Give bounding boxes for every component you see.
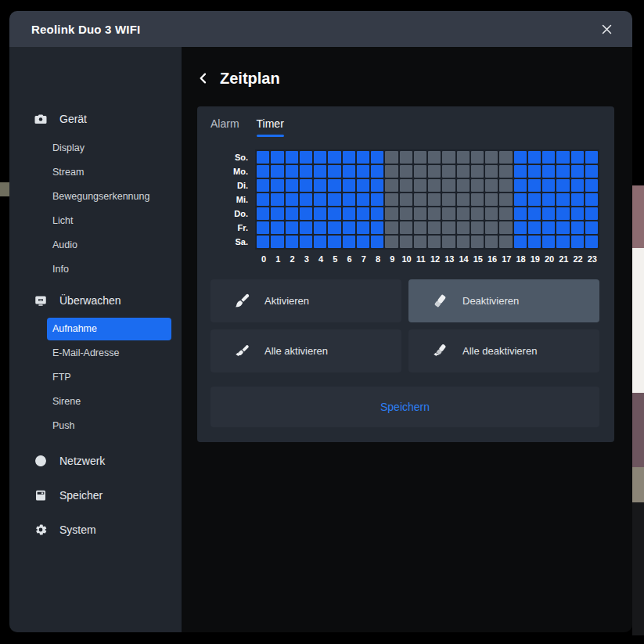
schedule-cell-mi-16[interactable] bbox=[485, 193, 498, 206]
schedule-cell-mi-6[interactable] bbox=[343, 193, 355, 206]
tab-timer[interactable]: Timer bbox=[257, 117, 284, 140]
schedule-cell-sa-3[interactable] bbox=[300, 236, 312, 248]
schedule-cell-sa-23[interactable] bbox=[585, 236, 598, 248]
sidebar-item-display[interactable]: Display bbox=[9, 136, 182, 160]
sidebar-item-ftp[interactable]: FTP bbox=[9, 365, 182, 390]
schedule-cell-do-0[interactable] bbox=[257, 207, 269, 220]
schedule-cell-do-13[interactable] bbox=[442, 207, 455, 220]
schedule-cell-di-16[interactable] bbox=[485, 179, 498, 192]
schedule-cell-di-4[interactable] bbox=[314, 179, 326, 192]
schedule-cell-di-21[interactable] bbox=[556, 179, 569, 192]
alle-aktivieren-button[interactable]: Alle aktivieren bbox=[210, 329, 401, 372]
schedule-cell-di-6[interactable] bbox=[343, 179, 355, 192]
schedule-cell-fr-17[interactable] bbox=[499, 221, 512, 234]
schedule-cell-fr-5[interactable] bbox=[328, 221, 340, 234]
schedule-cell-fr-21[interactable] bbox=[556, 221, 569, 234]
schedule-cell-mi-12[interactable] bbox=[428, 193, 441, 206]
schedule-cell-do-5[interactable] bbox=[328, 207, 340, 220]
schedule-cell-sa-21[interactable] bbox=[556, 236, 569, 248]
schedule-cell-so-8[interactable] bbox=[371, 151, 383, 164]
schedule-cell-di-2[interactable] bbox=[286, 179, 298, 192]
schedule-cell-mo-9[interactable] bbox=[385, 165, 398, 178]
deaktivieren-button[interactable]: Deaktivieren bbox=[408, 279, 599, 322]
schedule-cell-sa-5[interactable] bbox=[328, 236, 340, 248]
schedule-cell-sa-14[interactable] bbox=[457, 236, 470, 248]
close-icon[interactable] bbox=[598, 20, 615, 38]
schedule-cell-do-14[interactable] bbox=[457, 207, 470, 220]
schedule-cell-sa-6[interactable] bbox=[343, 236, 355, 248]
schedule-cell-mi-1[interactable] bbox=[271, 193, 283, 206]
schedule-cell-do-2[interactable] bbox=[286, 207, 298, 220]
schedule-cell-fr-20[interactable] bbox=[542, 221, 555, 234]
schedule-cell-di-17[interactable] bbox=[499, 179, 512, 192]
schedule-cell-di-20[interactable] bbox=[542, 179, 555, 192]
schedule-cell-so-10[interactable] bbox=[400, 151, 412, 164]
sidebar-item-system[interactable]: System bbox=[9, 518, 182, 541]
schedule-cell-so-23[interactable] bbox=[585, 151, 598, 164]
schedule-cell-do-6[interactable] bbox=[343, 207, 355, 220]
schedule-cell-fr-0[interactable] bbox=[257, 221, 269, 234]
schedule-cell-di-22[interactable] bbox=[571, 179, 584, 192]
schedule-cell-so-12[interactable] bbox=[428, 151, 441, 164]
schedule-cell-mi-22[interactable] bbox=[571, 193, 584, 206]
schedule-cell-sa-10[interactable] bbox=[400, 236, 412, 248]
schedule-cell-sa-1[interactable] bbox=[271, 236, 283, 248]
schedule-cell-mo-18[interactable] bbox=[514, 165, 527, 178]
sidebar-item-licht[interactable]: Licht bbox=[9, 209, 182, 233]
schedule-cell-mo-13[interactable] bbox=[442, 165, 455, 178]
schedule-cell-mi-10[interactable] bbox=[400, 193, 412, 206]
schedule-cell-so-19[interactable] bbox=[528, 151, 541, 164]
schedule-cell-so-17[interactable] bbox=[499, 151, 512, 164]
schedule-cell-fr-11[interactable] bbox=[414, 221, 426, 234]
schedule-cell-mo-11[interactable] bbox=[414, 165, 426, 178]
schedule-cell-sa-9[interactable] bbox=[385, 236, 398, 248]
sidebar-item-stream[interactable]: Stream bbox=[9, 160, 182, 185]
schedule-cell-di-5[interactable] bbox=[328, 179, 340, 192]
schedule-cell-so-3[interactable] bbox=[300, 151, 312, 164]
schedule-cell-di-10[interactable] bbox=[400, 179, 412, 192]
schedule-cell-sa-20[interactable] bbox=[542, 236, 555, 248]
schedule-cell-di-7[interactable] bbox=[357, 179, 369, 192]
schedule-cell-mi-3[interactable] bbox=[300, 193, 312, 206]
schedule-cell-fr-13[interactable] bbox=[442, 221, 455, 234]
save-button[interactable]: Speichern bbox=[210, 387, 599, 427]
schedule-cell-so-0[interactable] bbox=[257, 151, 269, 164]
sidebar-item-bewegungserkennung[interactable]: Bewegungserkennung bbox=[9, 185, 182, 209]
schedule-cell-di-13[interactable] bbox=[442, 179, 455, 192]
schedule-cell-mi-15[interactable] bbox=[471, 193, 484, 206]
schedule-cell-mo-1[interactable] bbox=[271, 165, 283, 178]
schedule-cell-mo-6[interactable] bbox=[343, 165, 355, 178]
schedule-cell-fr-19[interactable] bbox=[528, 221, 541, 234]
schedule-cell-mo-3[interactable] bbox=[300, 165, 312, 178]
schedule-cell-sa-0[interactable] bbox=[257, 236, 269, 248]
schedule-cell-fr-1[interactable] bbox=[271, 221, 283, 234]
schedule-cell-mo-19[interactable] bbox=[528, 165, 541, 178]
schedule-cell-mo-14[interactable] bbox=[457, 165, 470, 178]
schedule-cell-mo-22[interactable] bbox=[571, 165, 584, 178]
sidebar-item-geraet[interactable]: Gerät bbox=[9, 107, 182, 131]
schedule-cell-mo-21[interactable] bbox=[556, 165, 569, 178]
sidebar-item-push[interactable]: Push bbox=[9, 414, 182, 438]
schedule-cell-fr-10[interactable] bbox=[400, 221, 412, 234]
tab-alarm[interactable]: Alarm bbox=[210, 117, 239, 140]
schedule-cell-so-6[interactable] bbox=[343, 151, 355, 164]
schedule-cell-fr-9[interactable] bbox=[385, 221, 398, 234]
schedule-cell-mi-8[interactable] bbox=[371, 193, 383, 206]
schedule-cell-di-0[interactable] bbox=[257, 179, 269, 192]
schedule-cell-fr-3[interactable] bbox=[300, 221, 312, 234]
schedule-cell-mi-14[interactable] bbox=[457, 193, 470, 206]
schedule-cell-so-7[interactable] bbox=[357, 151, 369, 164]
schedule-cell-so-4[interactable] bbox=[314, 151, 326, 164]
schedule-cell-di-23[interactable] bbox=[585, 179, 598, 192]
schedule-cell-fr-16[interactable] bbox=[485, 221, 498, 234]
schedule-cell-sa-11[interactable] bbox=[414, 236, 426, 248]
schedule-cell-do-9[interactable] bbox=[385, 207, 398, 220]
schedule-cell-mo-20[interactable] bbox=[542, 165, 555, 178]
schedule-cell-sa-16[interactable] bbox=[485, 236, 498, 248]
schedule-cell-di-18[interactable] bbox=[514, 179, 527, 192]
schedule-cell-di-14[interactable] bbox=[457, 179, 470, 192]
schedule-cell-do-3[interactable] bbox=[300, 207, 312, 220]
sidebar-item-aufnahme[interactable]: Aufnahme bbox=[47, 318, 171, 340]
schedule-cell-sa-7[interactable] bbox=[357, 236, 369, 248]
sidebar-item-sirene[interactable]: Sirene bbox=[9, 390, 182, 414]
